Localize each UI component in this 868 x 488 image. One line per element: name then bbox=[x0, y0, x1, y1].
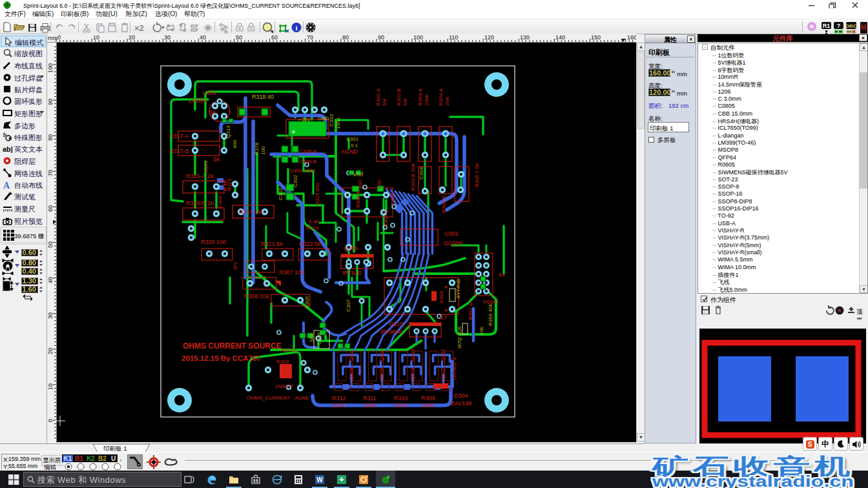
svg-text:100: 100 bbox=[47, 63, 54, 73]
svg-text:160: 160 bbox=[627, 34, 636, 41]
svg-text:200K: 200K bbox=[394, 402, 408, 409]
svg-text:C301: C301 bbox=[278, 187, 284, 200]
svg-text:Q303: Q303 bbox=[409, 349, 415, 361]
svg-text:5.4K: 5.4K bbox=[309, 219, 320, 225]
svg-text:R302-B: R302-B bbox=[396, 88, 402, 106]
svg-text:30: 30 bbox=[164, 34, 170, 41]
svg-text:140: 140 bbox=[555, 34, 565, 41]
svg-text:R306-A: R306-A bbox=[355, 190, 361, 208]
svg-text:30: 30 bbox=[47, 312, 54, 319]
svg-text:C306-B: C306-B bbox=[299, 159, 316, 165]
svg-text:Q301: Q301 bbox=[440, 349, 446, 361]
svg-text:90: 90 bbox=[378, 34, 384, 41]
svg-text:C304: C304 bbox=[389, 192, 395, 205]
svg-text:R307 10K: R307 10K bbox=[279, 269, 305, 276]
svg-text:0.1: 0.1 bbox=[351, 143, 358, 148]
svg-text:100: 100 bbox=[413, 34, 423, 41]
svg-text:M: M bbox=[861, 24, 866, 31]
svg-text:20: 20 bbox=[47, 348, 54, 354]
svg-text:R305 2.5K: R305 2.5K bbox=[474, 163, 480, 187]
svg-text:R321 5K: R321 5K bbox=[261, 241, 284, 247]
svg-text:C303: C303 bbox=[329, 114, 335, 127]
svg-text:IRF9640: IRF9640 bbox=[380, 329, 403, 335]
svg-text:e: e bbox=[8, 135, 12, 141]
svg-text:+: + bbox=[444, 284, 448, 290]
svg-text:+: + bbox=[444, 307, 448, 314]
svg-text:80: 80 bbox=[342, 34, 349, 41]
svg-text:R306-B: R306-B bbox=[383, 210, 389, 227]
svg-text:5M: 5M bbox=[382, 99, 388, 106]
svg-text:70: 70 bbox=[47, 170, 54, 176]
svg-text:D303: D303 bbox=[439, 290, 444, 303]
svg-text:40K: 40K bbox=[479, 326, 484, 336]
svg-text:80: 80 bbox=[47, 134, 54, 141]
svg-text:DRC: DRC bbox=[845, 23, 857, 29]
svg-text:C305: C305 bbox=[217, 195, 223, 208]
svg-text:C305: C305 bbox=[316, 332, 322, 345]
svg-text:R303-B 50K: R303-B 50K bbox=[410, 163, 416, 191]
svg-text:8Y74NB: 8Y74NB bbox=[455, 279, 461, 298]
svg-text:1N4007: 1N4007 bbox=[275, 383, 294, 389]
svg-text:Q313: Q313 bbox=[225, 125, 231, 138]
svg-text:R319: R319 bbox=[203, 160, 209, 173]
svg-text:90: 90 bbox=[47, 99, 54, 105]
svg-text:150: 150 bbox=[591, 34, 601, 41]
svg-text:JP2: JP2 bbox=[232, 261, 238, 270]
svg-text:Vref: Vref bbox=[353, 171, 364, 178]
svg-text:R318 40: R318 40 bbox=[252, 94, 274, 100]
svg-text:Q306: Q306 bbox=[378, 367, 384, 380]
svg-text:R356 40K: R356 40K bbox=[488, 303, 493, 326]
svg-text:R 1K: R 1K bbox=[223, 179, 229, 191]
svg-text:R317-B: R317-B bbox=[169, 148, 189, 154]
svg-text:R308 10K: R308 10K bbox=[244, 293, 270, 300]
svg-text:R324 450: R324 450 bbox=[315, 183, 320, 205]
svg-text:R303-A: R303-A bbox=[417, 88, 423, 106]
svg-text:R315-A 2K: R315-A 2K bbox=[186, 173, 214, 179]
svg-text:200K: 200K bbox=[332, 402, 346, 409]
svg-text:5K: 5K bbox=[209, 109, 216, 116]
svg-text:U302: U302 bbox=[444, 230, 459, 237]
svg-text:10: 10 bbox=[93, 34, 99, 41]
svg-text:R319-B 2K: R319-B 2K bbox=[186, 200, 214, 207]
svg-text:OHMS_CURRENT: OHMS_CURRENT bbox=[247, 395, 291, 401]
svg-text:70: 70 bbox=[307, 34, 313, 41]
svg-text:D304: D304 bbox=[454, 392, 468, 399]
svg-text:R302-A: R302-A bbox=[375, 88, 381, 106]
svg-text:AD706: AD706 bbox=[281, 347, 297, 353]
svg-text:R323: R323 bbox=[306, 225, 319, 231]
svg-text:R312: R312 bbox=[332, 395, 346, 402]
svg-text:110: 110 bbox=[449, 34, 458, 41]
svg-text:60: 60 bbox=[271, 34, 278, 41]
svg-text:400: 400 bbox=[232, 139, 238, 148]
svg-text:20: 20 bbox=[129, 34, 135, 41]
svg-text:Q304: Q304 bbox=[409, 367, 415, 380]
svg-text:120: 120 bbox=[484, 34, 494, 41]
svg-text:R310: R310 bbox=[394, 395, 408, 402]
svg-text:5M: 5M bbox=[402, 99, 408, 106]
svg-text:40: 40 bbox=[47, 277, 54, 283]
svg-text:60: 60 bbox=[47, 205, 54, 212]
svg-text:C301: C301 bbox=[346, 136, 359, 142]
svg-text:C305: C305 bbox=[304, 296, 310, 309]
svg-text:M7Q 4U6: M7Q 4U6 bbox=[457, 326, 462, 349]
svg-text:100u: 100u bbox=[335, 117, 341, 129]
svg-text:AGND: AGND bbox=[294, 395, 309, 401]
svg-text:Q305: Q305 bbox=[378, 349, 384, 361]
svg-text:2N5401*8: 2N5401*8 bbox=[451, 357, 457, 380]
svg-text:40: 40 bbox=[200, 34, 206, 41]
svg-text:C304: C304 bbox=[418, 167, 424, 179]
svg-text:R317-A: R317-A bbox=[169, 133, 189, 139]
svg-text:100: 100 bbox=[260, 146, 266, 155]
svg-text:0: 0 bbox=[47, 419, 54, 422]
svg-text:R1: R1 bbox=[823, 23, 831, 29]
svg-text:U304: U304 bbox=[202, 90, 216, 96]
svg-text:Q310: Q310 bbox=[389, 321, 403, 327]
svg-text:R304-A: R304-A bbox=[438, 88, 444, 106]
svg-text:SOI: SOI bbox=[309, 333, 315, 342]
svg-text:200K: 200K bbox=[424, 94, 429, 106]
svg-text:C308-A: C308-A bbox=[299, 148, 317, 154]
svg-text:ab|: ab| bbox=[3, 145, 13, 153]
svg-text:LM399: LM399 bbox=[189, 97, 207, 104]
svg-text:A: A bbox=[3, 181, 10, 190]
svg-text:500: 500 bbox=[357, 179, 363, 188]
